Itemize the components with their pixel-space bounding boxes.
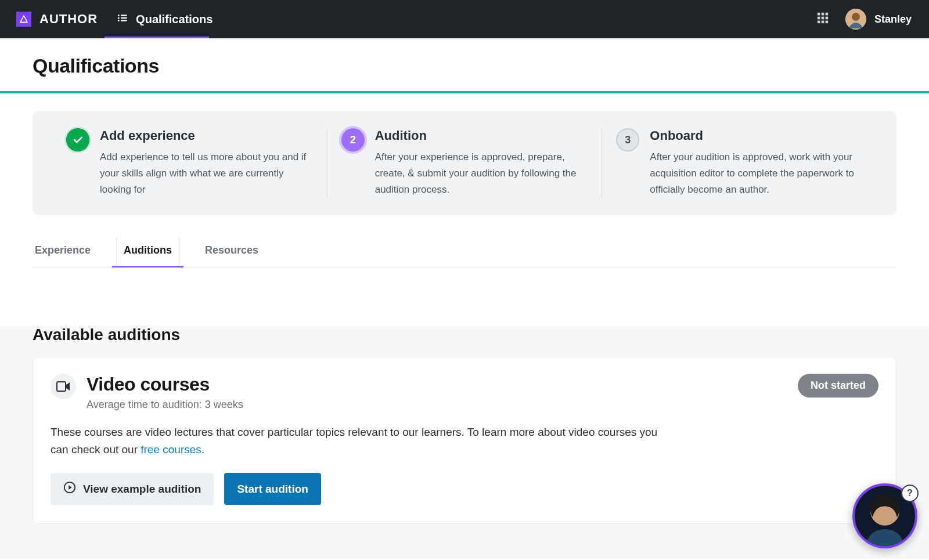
brand-logo-icon [16,12,31,27]
step-desc: After your experience is approved, prepa… [375,149,588,198]
audition-actions: View example audition Start audition [51,473,878,505]
view-example-button[interactable]: View example audition [51,473,214,505]
play-circle-icon [63,481,76,497]
video-icon [51,374,76,399]
breadcrumb-label: Qualifications [136,13,213,26]
audition-description: These courses are video lectures that co… [51,424,666,458]
user-menu[interactable]: Stanley [845,9,912,30]
content: Add experience Add experience to tell us… [0,93,929,302]
brand-name: AUTHOR [39,12,98,27]
step-badge-3: 3 [616,128,639,151]
tabs: Experience Auditions Resources [33,236,896,268]
svg-point-2 [118,17,120,19]
start-audition-label: Start audition [237,483,308,496]
svg-point-16 [852,13,860,21]
svg-rect-17 [57,382,66,391]
step-title: Onboard [650,128,863,143]
tab-experience[interactable]: Experience [33,236,93,267]
user-name: Stanley [874,13,912,26]
apps-icon[interactable] [816,12,829,27]
help-icon[interactable]: ? [901,485,919,502]
svg-rect-10 [822,17,824,20]
svg-rect-11 [826,17,829,20]
status-badge: Not started [798,374,878,398]
step-audition: 2 Audition After your experience is appr… [327,128,602,198]
step-desc: After your audition is approved, work wi… [650,149,863,198]
svg-point-4 [118,20,120,21]
list-icon [117,14,128,24]
svg-rect-8 [826,13,829,16]
svg-point-0 [118,15,120,16]
tab-panel-auditions: Available auditions Video courses Averag… [0,326,929,559]
svg-rect-13 [822,21,824,24]
section-title: Available auditions [33,326,896,344]
tab-auditions[interactable]: Auditions [116,236,179,267]
svg-rect-9 [818,17,820,20]
breadcrumb-underline [105,37,209,38]
check-icon [66,128,89,151]
tab-resources[interactable]: Resources [203,236,261,267]
svg-rect-12 [818,21,820,24]
svg-rect-7 [822,13,824,16]
audition-subtitle: Average time to audition: 3 weeks [87,399,243,411]
step-onboard: 3 Onboard After your audition is approve… [602,128,877,198]
view-example-label: View example audition [83,483,201,496]
svg-rect-1 [121,15,127,16]
steps-card: Add experience Add experience to tell us… [33,111,896,215]
topbar: AUTHOR Qualifications Stanley [0,0,929,38]
avatar [845,9,866,30]
audition-card: Video courses Average time to audition: … [33,357,896,524]
step-badge-2: 2 [341,128,365,151]
page-header: Qualifications [0,38,929,91]
svg-rect-6 [818,13,820,16]
brand[interactable]: AUTHOR [16,12,98,27]
step-add-experience: Add experience Add experience to tell us… [52,128,327,198]
svg-rect-3 [121,17,127,19]
svg-rect-5 [121,20,127,21]
step-desc: Add experience to tell us more about you… [100,149,313,198]
topbar-right: Stanley [816,9,912,30]
page-title: Qualifications [33,55,896,77]
free-courses-link[interactable]: free courses. [141,443,204,456]
svg-rect-14 [826,21,829,24]
step-title: Add experience [100,128,313,143]
breadcrumb[interactable]: Qualifications [117,0,213,38]
audition-title: Video courses [87,374,243,395]
start-audition-button[interactable]: Start audition [224,473,321,505]
step-title: Audition [375,128,588,143]
